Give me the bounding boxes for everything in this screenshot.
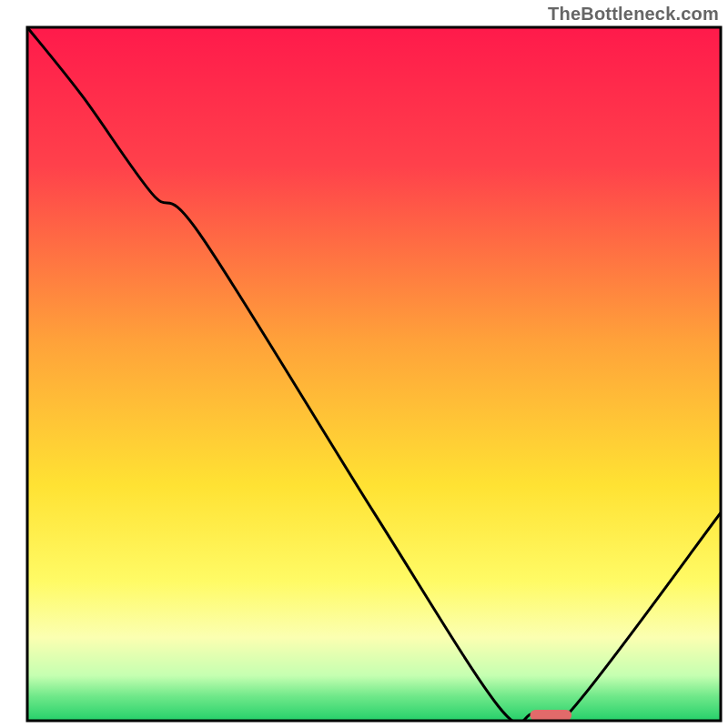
gradient-background: [27, 27, 721, 721]
optimal-marker: [530, 710, 571, 721]
chart-stage: TheBottleneck.com: [0, 0, 728, 728]
bottleneck-chart: [0, 0, 728, 728]
plot-area: [27, 27, 721, 728]
